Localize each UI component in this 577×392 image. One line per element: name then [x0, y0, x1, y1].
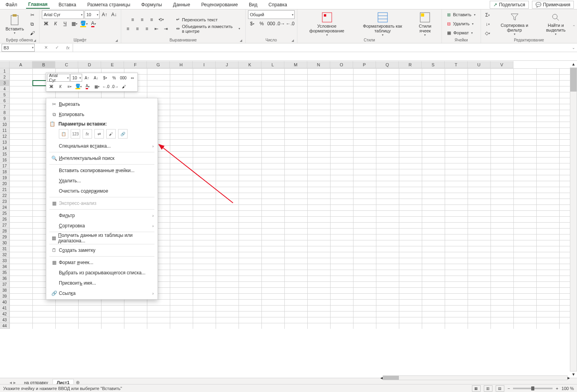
row-header-4[interactable]: 4: [0, 86, 9, 92]
row-header-2[interactable]: 2: [0, 74, 9, 80]
name-box[interactable]: B3: [2, 44, 35, 52]
row-header-25[interactable]: 25: [0, 210, 9, 216]
col-header-S[interactable]: S: [422, 61, 445, 68]
row-header-43[interactable]: 43: [0, 317, 9, 323]
row-header-33[interactable]: 33: [0, 258, 9, 264]
row-header-32[interactable]: 32: [0, 252, 9, 258]
accounting-button[interactable]: $: [248, 19, 257, 28]
row-header-26[interactable]: 26: [0, 216, 9, 222]
ctx-copy[interactable]: ⧉Копировать: [46, 109, 158, 120]
mini-fill[interactable]: 🪣: [74, 83, 83, 90]
merge-center-button[interactable]: ⇔Объединить и поместить в центре: [173, 24, 243, 33]
orientation-button[interactable]: ⟲: [157, 15, 165, 24]
dec-decimal-button[interactable]: ←.0: [286, 19, 295, 28]
tab-formulas[interactable]: Формулы: [139, 1, 164, 8]
col-header-N[interactable]: N: [307, 61, 330, 68]
col-header-A[interactable]: A: [9, 61, 32, 68]
autosum-button[interactable]: Σ: [483, 11, 492, 19]
ctx-format-cells[interactable]: ▦Формат ячеек...: [46, 257, 158, 268]
row-header-42[interactable]: 42: [0, 311, 9, 317]
mini-size-combo[interactable]: 10: [70, 74, 82, 82]
cell-styles-button[interactable]: Стили ячеек: [411, 11, 439, 38]
zoom-value[interactable]: 100 %: [562, 386, 574, 391]
row-header-11[interactable]: 11: [0, 128, 9, 133]
paste-opt-link[interactable]: 🔗: [118, 129, 128, 139]
ctx-link[interactable]: 🔗Ссылка›: [46, 288, 158, 298]
mini-merge[interactable]: ⇔: [128, 74, 137, 82]
row-header-6[interactable]: 6: [0, 98, 9, 104]
col-header-B[interactable]: B: [32, 61, 55, 68]
font-name-combo[interactable]: Arial Cyr: [42, 10, 84, 19]
col-header-H[interactable]: H: [170, 61, 193, 68]
mini-accounting[interactable]: $: [101, 74, 109, 82]
mini-inc-font[interactable]: A↑: [83, 74, 91, 82]
row-header-22[interactable]: 22: [0, 193, 9, 199]
col-header-F[interactable]: F: [124, 61, 147, 68]
row-header-27[interactable]: 27: [0, 222, 9, 228]
row-header-35[interactable]: 35: [0, 270, 9, 276]
view-page-layout-button[interactable]: ▥: [484, 385, 492, 392]
row-header-36[interactable]: 36: [0, 276, 9, 281]
ctx-define-name[interactable]: Присвоить имя...: [46, 278, 158, 288]
underline-button[interactable]: Ч: [61, 19, 70, 28]
find-select-button[interactable]: Найти и выделить: [537, 12, 575, 37]
row-header-31[interactable]: 31: [0, 246, 9, 252]
insert-cells-button[interactable]: ⊞Вставить: [444, 10, 478, 19]
copy-button[interactable]: ⧉: [28, 20, 37, 28]
row-header-34[interactable]: 34: [0, 264, 9, 270]
mini-bold[interactable]: Ж: [47, 83, 56, 90]
zoom-in-button[interactable]: +: [556, 386, 558, 391]
mini-dec-decimal[interactable]: ←.0: [101, 83, 110, 90]
row-header-8[interactable]: 8: [0, 110, 9, 116]
mini-border[interactable]: ▦: [92, 83, 101, 90]
col-header-T[interactable]: T: [445, 61, 468, 68]
ctx-filter[interactable]: Фильтр›: [46, 210, 158, 221]
comma-button[interactable]: 000: [267, 19, 276, 28]
inc-decimal-button[interactable]: .0→: [276, 19, 285, 28]
col-header-I[interactable]: I: [193, 61, 216, 68]
mini-font-combo[interactable]: Arial Cyr: [47, 74, 70, 82]
font-launcher[interactable]: ◢: [115, 39, 118, 42]
ctx-smart-lookup[interactable]: 🔍Интеллектуальный поиск: [46, 153, 158, 163]
col-header-E[interactable]: E: [101, 61, 124, 68]
ctx-sort[interactable]: Сортировка›: [46, 221, 158, 231]
col-header-G[interactable]: G: [147, 61, 170, 68]
col-header-O[interactable]: O: [330, 61, 353, 68]
view-page-break-button[interactable]: ▤: [496, 385, 504, 392]
row-header-39[interactable]: 39: [0, 293, 9, 299]
col-header-V[interactable]: V: [491, 61, 513, 68]
border-button[interactable]: ▦: [70, 19, 79, 28]
tab-page-layout[interactable]: Разметка страницы: [85, 1, 133, 8]
mini-percent[interactable]: %: [110, 74, 118, 82]
vertical-scrollbar[interactable]: ▴▾: [570, 61, 577, 378]
row-header-28[interactable]: 28: [0, 228, 9, 234]
expand-formula-bar[interactable]: ⌄: [570, 45, 577, 50]
align-left-button[interactable]: ≡: [124, 24, 132, 33]
col-header-R[interactable]: R: [399, 61, 422, 68]
col-header-K[interactable]: K: [239, 61, 261, 68]
horizontal-scrollbar[interactable]: ◂▸: [380, 375, 570, 381]
format-table-button[interactable]: Форматировать как таблицу: [355, 11, 410, 38]
col-header-Q[interactable]: Q: [376, 61, 399, 68]
fill-color-button[interactable]: 🪣: [80, 19, 88, 28]
percent-button[interactable]: %: [257, 19, 266, 28]
col-header-L[interactable]: L: [261, 61, 284, 68]
align-mid-button[interactable]: ≡: [138, 15, 147, 24]
wrap-text-button[interactable]: ↵Переносить текст: [173, 15, 220, 24]
row-header-5[interactable]: 5: [0, 92, 9, 98]
format-painter-button[interactable]: 🖌: [28, 29, 37, 38]
row-header-9[interactable]: 9: [0, 116, 9, 122]
col-header-C[interactable]: C: [55, 61, 78, 68]
paste-opt-all[interactable]: 📋: [59, 129, 68, 139]
row-header-20[interactable]: 20: [0, 181, 9, 187]
row-header-44[interactable]: 44: [0, 323, 9, 329]
col-header-U[interactable]: U: [468, 61, 491, 68]
tab-data[interactable]: Данные: [171, 1, 192, 8]
row-header-3[interactable]: 3: [0, 80, 9, 86]
increase-font-button[interactable]: A↑: [100, 10, 109, 19]
row-header-15[interactable]: 15: [0, 151, 9, 157]
row-header-18[interactable]: 18: [0, 169, 9, 175]
ctx-pick-from-list[interactable]: Выбрать из раскрывающегося списка...: [46, 268, 158, 278]
number-launcher[interactable]: ◢: [291, 39, 294, 42]
ctx-clear[interactable]: Очистить содержимое: [46, 186, 158, 196]
